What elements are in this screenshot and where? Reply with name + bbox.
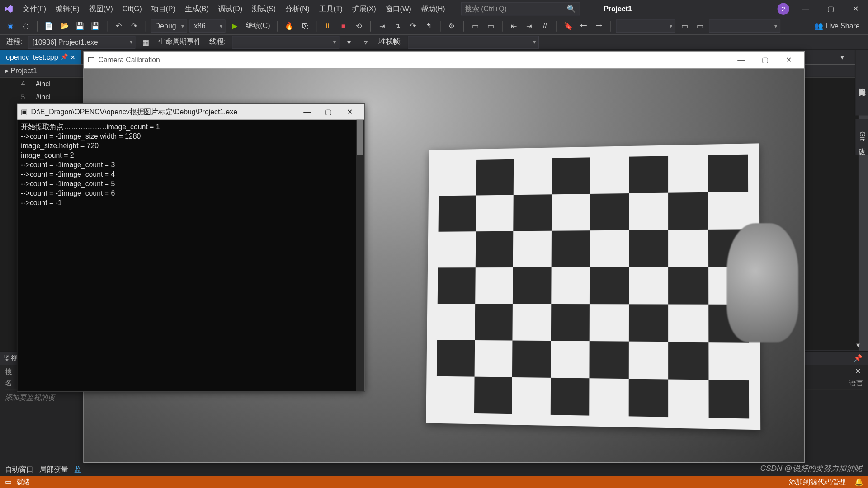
win-a-icon[interactable]: ▭ bbox=[678, 19, 691, 33]
watch-title: 监视 bbox=[4, 353, 18, 363]
menu-item[interactable]: 文件(F) bbox=[18, 0, 51, 18]
search-input[interactable]: 搜索 (Ctrl+Q) 🔍 bbox=[461, 2, 580, 15]
next-bm-icon[interactable]: ⭢ bbox=[593, 19, 606, 33]
cam-maximize-button[interactable]: ▢ bbox=[753, 56, 777, 64]
tab-close-icon[interactable]: ✕ bbox=[70, 50, 75, 65]
cam-close-button[interactable]: ✕ bbox=[777, 56, 801, 64]
camera-window-titlebar[interactable]: 🗔 Camera Calibration ― ▢ ✕ bbox=[84, 52, 804, 69]
filter-icon[interactable]: ▾ bbox=[343, 35, 356, 48]
menu-item[interactable]: 扩展(X) bbox=[347, 0, 381, 18]
notification-badge[interactable]: 2 bbox=[778, 3, 789, 15]
status-bar: ▭ 就绪 添加到源代码管理 🔔 bbox=[0, 476, 868, 488]
menu-item[interactable]: 项目(P) bbox=[146, 0, 180, 18]
member-combo[interactable] bbox=[709, 19, 780, 33]
console-titlebar[interactable]: ▣ D:\E_Dragon\OPENCV\opencv根据图片标定\Debug\… bbox=[17, 104, 364, 119]
hot-reload-icon[interactable]: 🔥 bbox=[283, 19, 296, 33]
close-button[interactable]: ✕ bbox=[847, 0, 865, 18]
menu-item[interactable]: 编辑(E) bbox=[51, 0, 85, 18]
minimize-button[interactable]: ― bbox=[797, 0, 815, 18]
stackframe-label: 堆栈帧: bbox=[376, 37, 404, 47]
panel-pin-icon[interactable]: 📌 bbox=[851, 352, 864, 365]
step-next-icon[interactable]: ⇥ bbox=[376, 19, 389, 33]
bookmark-icon[interactable]: 🔖 bbox=[561, 19, 575, 33]
menu-item[interactable]: Git(G) bbox=[118, 0, 146, 18]
indent-right-icon[interactable]: ⇥ bbox=[523, 19, 536, 33]
con-close-button[interactable]: ✕ bbox=[339, 108, 360, 116]
menu-item[interactable]: 帮助(H) bbox=[416, 0, 450, 18]
stackframe-combo[interactable] bbox=[408, 35, 539, 48]
tab-autos[interactable]: 自动窗口 bbox=[5, 465, 33, 474]
win-b-icon[interactable]: ▭ bbox=[693, 19, 707, 33]
config-combo[interactable]: Debug bbox=[151, 19, 188, 33]
nav-back-icon[interactable]: ◉ bbox=[4, 19, 17, 33]
status-source-control[interactable]: 添加到源代码管理 bbox=[789, 477, 846, 487]
screenshot-icon[interactable]: 🖼 bbox=[298, 19, 311, 33]
filter2-icon[interactable]: ▿ bbox=[359, 35, 373, 48]
restart-icon[interactable]: ⟲ bbox=[352, 19, 365, 33]
tab-dropdown-icon[interactable]: ▾ bbox=[836, 51, 849, 64]
menu-item[interactable]: 视图(V) bbox=[84, 0, 118, 18]
panel-close-icon[interactable]: ✕ bbox=[851, 365, 864, 378]
console-window[interactable]: ▣ D:\E_Dragon\OPENCV\opencv根据图片标定\Debug\… bbox=[17, 103, 365, 391]
menu-item[interactable]: 调试(D) bbox=[213, 0, 247, 18]
layout-b-icon[interactable]: ▭ bbox=[484, 19, 497, 33]
step-out-icon[interactable]: ↰ bbox=[422, 19, 435, 33]
lifecycle-label: 生命周期事件 bbox=[156, 37, 203, 47]
redo-icon[interactable]: ↷ bbox=[127, 19, 141, 33]
thread-combo[interactable] bbox=[232, 35, 339, 48]
indent-left-icon[interactable]: ⇤ bbox=[507, 19, 520, 33]
continue-icon[interactable]: ▶ bbox=[228, 19, 241, 33]
menu-item[interactable]: 生成(B) bbox=[180, 0, 213, 18]
main-menu: 文件(F)编辑(E)视图(V)Git(G)项目(P)生成(B)调试(D)测试(S… bbox=[18, 0, 450, 18]
maximize-button[interactable]: ▢ bbox=[821, 0, 840, 18]
con-maximize-button[interactable]: ▢ bbox=[318, 108, 339, 116]
menu-item[interactable]: 测试(S) bbox=[247, 0, 281, 18]
tab-locals[interactable]: 局部变量 bbox=[39, 465, 68, 474]
console-output[interactable]: 开始提取角点………………image_count = 1 -->count = -… bbox=[17, 120, 364, 391]
menu-item[interactable]: 窗口(W) bbox=[381, 0, 416, 18]
step-into-icon[interactable]: ↴ bbox=[391, 19, 404, 33]
continue-label[interactable]: 继续(C) bbox=[244, 21, 273, 31]
status-icon: ▭ bbox=[5, 478, 12, 486]
cam-minimize-button[interactable]: ― bbox=[729, 56, 753, 64]
camera-window-title: Camera Calibration bbox=[99, 56, 160, 64]
comment-icon[interactable]: // bbox=[538, 19, 552, 33]
live-share-icon: 👥 bbox=[814, 22, 823, 30]
tab-opencv-test[interactable]: opencv_test.cpp 📌 ✕ bbox=[0, 50, 81, 65]
watch-col-name[interactable]: 名 bbox=[5, 379, 12, 389]
thread-label: 线程: bbox=[207, 37, 228, 47]
tab-watch[interactable]: 监 bbox=[74, 465, 81, 474]
menu-item[interactable]: 工具(T) bbox=[314, 0, 347, 18]
scope-combo[interactable] bbox=[616, 19, 675, 33]
con-minimize-button[interactable]: ― bbox=[296, 108, 317, 116]
tool-icon[interactable]: ⚙ bbox=[445, 19, 458, 33]
undo-icon[interactable]: ↶ bbox=[112, 19, 125, 33]
menu-item[interactable]: 分析(N) bbox=[281, 0, 315, 18]
console-scrollbar[interactable] bbox=[356, 120, 364, 391]
open-icon[interactable]: 📂 bbox=[58, 19, 71, 33]
lifecycle-icon[interactable]: ▦ bbox=[139, 35, 152, 48]
watch-col-lang[interactable]: 语言 bbox=[849, 379, 863, 389]
new-item-icon[interactable]: 📄 bbox=[42, 19, 56, 33]
watermark-text: CSDN @说好的要努力加油呢 bbox=[760, 463, 862, 474]
save-icon[interactable]: 💾 bbox=[73, 19, 86, 33]
prev-bm-icon[interactable]: ⭠ bbox=[577, 19, 590, 33]
git-changes-tab[interactable]: Git 更改 bbox=[855, 119, 868, 155]
nav-fwd-icon[interactable]: ◌ bbox=[19, 19, 32, 33]
console-title: D:\E_Dragon\OPENCV\opencv根据图片标定\Debug\Pr… bbox=[31, 107, 237, 117]
step-over-icon[interactable]: ↷ bbox=[406, 19, 420, 33]
layout-a-icon[interactable]: ▭ bbox=[469, 19, 482, 33]
chessboard-pattern bbox=[426, 143, 760, 430]
solution-explorer-tab[interactable]: 解决方案资源管理器 bbox=[855, 50, 868, 116]
save-all-icon[interactable]: 💾 bbox=[89, 19, 102, 33]
panel-dropdown-icon[interactable]: ▾ bbox=[851, 338, 864, 352]
platform-combo[interactable]: x86 bbox=[190, 19, 226, 33]
pin-icon[interactable]: 📌 bbox=[61, 50, 68, 65]
crumb-project[interactable]: Project1 bbox=[11, 66, 37, 75]
process-label: 进程: bbox=[4, 37, 25, 47]
pause-icon[interactable]: ⏸ bbox=[321, 19, 335, 33]
process-combo[interactable]: [10936] Project1.exe bbox=[28, 35, 135, 48]
stop-icon[interactable]: ■ bbox=[337, 19, 350, 33]
live-share-button[interactable]: 👥 Live Share bbox=[809, 22, 864, 30]
status-bell-icon[interactable]: 🔔 bbox=[854, 478, 863, 486]
